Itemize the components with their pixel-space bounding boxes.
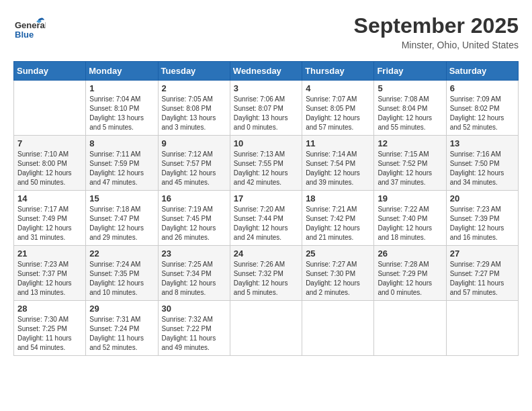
calendar-header-friday: Friday — [374, 62, 446, 81]
day-info: Sunrise: 7:11 AM Sunset: 7:59 PM Dayligh… — [89, 150, 154, 187]
day-info: Sunrise: 7:29 AM Sunset: 7:27 PM Dayligh… — [450, 260, 515, 298]
day-info: Sunrise: 7:31 AM Sunset: 7:24 PM Dayligh… — [89, 315, 154, 353]
title-block: September 2025 Minster, Ohio, United Sta… — [354, 13, 519, 50]
day-info: Sunrise: 7:16 AM Sunset: 7:50 PM Dayligh… — [450, 150, 515, 187]
calendar-cell: 28Sunrise: 7:30 AM Sunset: 7:25 PM Dayli… — [14, 301, 86, 356]
calendar-cell: 30Sunrise: 7:32 AM Sunset: 7:22 PM Dayli… — [158, 301, 230, 356]
day-number: 23 — [162, 248, 226, 259]
day-number: 1 — [89, 83, 154, 93]
calendar-cell: 3Sunrise: 7:06 AM Sunset: 8:07 PM Daylig… — [230, 81, 302, 136]
day-info: Sunrise: 7:22 AM Sunset: 7:40 PM Dayligh… — [378, 205, 442, 242]
calendar-cell: 21Sunrise: 7:23 AM Sunset: 7:37 PM Dayli… — [14, 246, 86, 301]
calendar-cell — [374, 301, 446, 356]
calendar-header-sunday: Sunday — [14, 62, 86, 81]
day-number: 22 — [89, 248, 154, 259]
calendar-cell: 5Sunrise: 7:08 AM Sunset: 8:04 PM Daylig… — [374, 81, 446, 136]
calendar-week-row: 21Sunrise: 7:23 AM Sunset: 7:37 PM Dayli… — [14, 246, 519, 301]
day-number: 14 — [17, 193, 82, 203]
day-number: 28 — [17, 304, 82, 314]
logo: General Blue — [13, 13, 46, 48]
calendar-cell — [230, 301, 302, 356]
calendar-cell: 10Sunrise: 7:13 AM Sunset: 7:55 PM Dayli… — [230, 136, 302, 191]
logo-icon: General Blue — [13, 13, 46, 46]
calendar-cell: 23Sunrise: 7:25 AM Sunset: 7:34 PM Dayli… — [158, 246, 230, 301]
day-info: Sunrise: 7:04 AM Sunset: 8:10 PM Dayligh… — [89, 95, 154, 132]
day-info: Sunrise: 7:12 AM Sunset: 7:57 PM Dayligh… — [162, 150, 226, 187]
calendar-cell: 19Sunrise: 7:22 AM Sunset: 7:40 PM Dayli… — [374, 191, 446, 246]
day-number: 10 — [234, 138, 298, 148]
calendar-cell — [446, 301, 518, 356]
calendar-cell: 18Sunrise: 7:21 AM Sunset: 7:42 PM Dayli… — [302, 191, 374, 246]
calendar-header-row: SundayMondayTuesdayWednesdayThursdayFrid… — [14, 62, 519, 81]
day-info: Sunrise: 7:23 AM Sunset: 7:39 PM Dayligh… — [450, 205, 515, 242]
calendar-cell: 9Sunrise: 7:12 AM Sunset: 7:57 PM Daylig… — [158, 136, 230, 191]
calendar-cell: 17Sunrise: 7:20 AM Sunset: 7:44 PM Dayli… — [230, 191, 302, 246]
calendar-cell: 22Sunrise: 7:24 AM Sunset: 7:35 PM Dayli… — [86, 246, 158, 301]
page-header: General Blue September 2025 Minster, Ohi… — [13, 13, 519, 50]
day-number: 9 — [162, 138, 226, 148]
calendar-cell: 25Sunrise: 7:27 AM Sunset: 7:30 PM Dayli… — [302, 246, 374, 301]
day-number: 30 — [162, 304, 226, 314]
svg-text:Blue: Blue — [15, 30, 34, 40]
day-number: 27 — [450, 248, 515, 259]
day-number: 2 — [162, 83, 226, 93]
day-number: 5 — [378, 83, 442, 93]
calendar-cell — [302, 301, 374, 356]
day-info: Sunrise: 7:05 AM Sunset: 8:08 PM Dayligh… — [162, 95, 226, 132]
day-info: Sunrise: 7:09 AM Sunset: 8:02 PM Dayligh… — [450, 95, 515, 132]
day-info: Sunrise: 7:07 AM Sunset: 8:05 PM Dayligh… — [306, 95, 370, 132]
calendar-cell: 16Sunrise: 7:19 AM Sunset: 7:45 PM Dayli… — [158, 191, 230, 246]
calendar-cell: 6Sunrise: 7:09 AM Sunset: 8:02 PM Daylig… — [446, 81, 518, 136]
calendar-cell: 14Sunrise: 7:17 AM Sunset: 7:49 PM Dayli… — [14, 191, 86, 246]
calendar-cell: 8Sunrise: 7:11 AM Sunset: 7:59 PM Daylig… — [86, 136, 158, 191]
calendar-header-thursday: Thursday — [302, 62, 374, 81]
day-info: Sunrise: 7:15 AM Sunset: 7:52 PM Dayligh… — [378, 150, 442, 187]
day-info: Sunrise: 7:21 AM Sunset: 7:42 PM Dayligh… — [306, 205, 370, 242]
day-number: 13 — [450, 138, 515, 148]
day-number: 11 — [306, 138, 370, 148]
day-number: 24 — [234, 248, 298, 259]
day-number: 29 — [89, 304, 154, 314]
day-info: Sunrise: 7:24 AM Sunset: 7:35 PM Dayligh… — [89, 260, 154, 298]
day-info: Sunrise: 7:25 AM Sunset: 7:34 PM Dayligh… — [162, 260, 226, 298]
day-info: Sunrise: 7:23 AM Sunset: 7:37 PM Dayligh… — [17, 260, 82, 298]
calendar-week-row: 7Sunrise: 7:10 AM Sunset: 8:00 PM Daylig… — [14, 136, 519, 191]
calendar-cell: 20Sunrise: 7:23 AM Sunset: 7:39 PM Dayli… — [446, 191, 518, 246]
day-info: Sunrise: 7:32 AM Sunset: 7:22 PM Dayligh… — [162, 315, 226, 353]
calendar-cell: 26Sunrise: 7:28 AM Sunset: 7:29 PM Dayli… — [374, 246, 446, 301]
day-number: 3 — [234, 83, 298, 93]
calendar-cell — [14, 81, 86, 136]
calendar-cell: 1Sunrise: 7:04 AM Sunset: 8:10 PM Daylig… — [86, 81, 158, 136]
month-title: September 2025 — [354, 13, 519, 38]
day-number: 12 — [378, 138, 442, 148]
calendar-cell: 29Sunrise: 7:31 AM Sunset: 7:24 PM Dayli… — [86, 301, 158, 356]
day-info: Sunrise: 7:20 AM Sunset: 7:44 PM Dayligh… — [234, 205, 298, 242]
day-number: 8 — [89, 138, 154, 148]
calendar-cell: 2Sunrise: 7:05 AM Sunset: 8:08 PM Daylig… — [158, 81, 230, 136]
calendar-cell: 15Sunrise: 7:18 AM Sunset: 7:47 PM Dayli… — [86, 191, 158, 246]
day-info: Sunrise: 7:10 AM Sunset: 8:00 PM Dayligh… — [17, 150, 82, 187]
day-info: Sunrise: 7:19 AM Sunset: 7:45 PM Dayligh… — [162, 205, 226, 242]
day-info: Sunrise: 7:27 AM Sunset: 7:30 PM Dayligh… — [306, 260, 370, 298]
day-number: 15 — [89, 193, 154, 203]
calendar-cell: 4Sunrise: 7:07 AM Sunset: 8:05 PM Daylig… — [302, 81, 374, 136]
day-info: Sunrise: 7:30 AM Sunset: 7:25 PM Dayligh… — [17, 315, 82, 353]
calendar-week-row: 14Sunrise: 7:17 AM Sunset: 7:49 PM Dayli… — [14, 191, 519, 246]
calendar-cell: 12Sunrise: 7:15 AM Sunset: 7:52 PM Dayli… — [374, 136, 446, 191]
day-info: Sunrise: 7:14 AM Sunset: 7:54 PM Dayligh… — [306, 150, 370, 187]
day-info: Sunrise: 7:18 AM Sunset: 7:47 PM Dayligh… — [89, 205, 154, 242]
calendar-week-row: 1Sunrise: 7:04 AM Sunset: 8:10 PM Daylig… — [14, 81, 519, 136]
calendar-cell: 7Sunrise: 7:10 AM Sunset: 8:00 PM Daylig… — [14, 136, 86, 191]
day-number: 20 — [450, 193, 515, 203]
day-number: 21 — [17, 248, 82, 259]
calendar-cell: 27Sunrise: 7:29 AM Sunset: 7:27 PM Dayli… — [446, 246, 518, 301]
calendar-header-wednesday: Wednesday — [230, 62, 302, 81]
calendar-cell: 11Sunrise: 7:14 AM Sunset: 7:54 PM Dayli… — [302, 136, 374, 191]
day-number: 25 — [306, 248, 370, 259]
calendar-week-row: 28Sunrise: 7:30 AM Sunset: 7:25 PM Dayli… — [14, 301, 519, 356]
calendar-header-tuesday: Tuesday — [158, 62, 230, 81]
day-number: 19 — [378, 193, 442, 203]
day-number: 18 — [306, 193, 370, 203]
calendar-cell: 24Sunrise: 7:26 AM Sunset: 7:32 PM Dayli… — [230, 246, 302, 301]
calendar-header-saturday: Saturday — [446, 62, 518, 81]
